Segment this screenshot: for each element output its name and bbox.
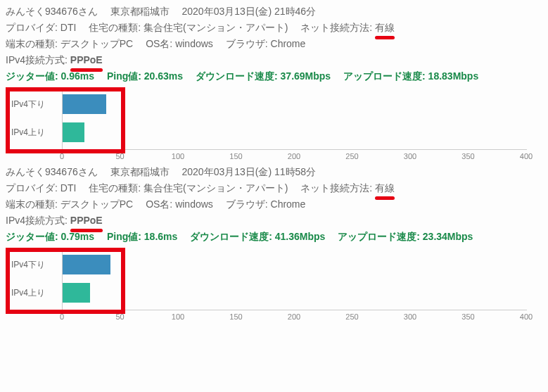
jitter-value: 0.96ms	[61, 70, 94, 82]
browser-label: ブラウザ:	[226, 38, 268, 49]
ipv4-label: IPv4接続方式:	[6, 54, 68, 65]
upload-label: アップロード速度:	[343, 70, 426, 82]
nettype-label: ネット接続方法:	[300, 182, 372, 194]
stats-line: ジッター値: 0.96ms Ping値: 20.63ms ダウンロード速度: 3…	[6, 70, 542, 83]
ping-label: Ping値:	[107, 70, 141, 82]
provider-value: DTI	[60, 22, 77, 33]
header-line: みんそく934676さん 東京都稲城市 2020年03月13日(金) 21時46…	[6, 4, 542, 19]
header-line: みんそく934676さん 東京都稲城市 2020年03月13日(金) 11時58…	[6, 165, 542, 179]
x-tick: 350	[461, 152, 474, 160]
jitter-value: 0.79ms	[61, 231, 94, 242]
x-tick: 400	[520, 152, 533, 160]
info-line-1: プロバイダ: DTI 住宅の種類: 集合住宅(マンション・アパート) ネット接続…	[6, 181, 542, 196]
browser-value: Chrome	[271, 198, 306, 210]
house-label: 住宅の種類:	[89, 182, 141, 194]
provider-label: プロバイダ:	[6, 22, 58, 33]
user-name: みんそく934676さん	[6, 166, 98, 177]
datetime: 2020年03月13日(金) 21時46分	[182, 6, 317, 17]
x-tick: 250	[345, 312, 358, 321]
browser-value: Chrome	[271, 38, 306, 49]
x-tick: 150	[229, 312, 242, 321]
device-label: 端末の種類:	[6, 38, 58, 49]
x-tick: 300	[404, 312, 416, 321]
plot-area	[62, 87, 527, 150]
x-tick: 250	[345, 152, 358, 160]
chart-ylabel-upload: IPv4上り	[11, 287, 45, 299]
jitter-label: ジッター値:	[6, 70, 58, 82]
result-entry: みんそく934676さん 東京都稲城市 2020年03月13日(金) 21時46…	[6, 4, 542, 158]
user-name: みんそく934676さん	[6, 6, 98, 17]
os-label: OS名:	[146, 38, 172, 49]
x-tick: 200	[288, 312, 300, 321]
ipv4-label: IPv4接続方式:	[6, 215, 68, 226]
ipv4-value: PPPoE	[70, 213, 103, 228]
provider-label: プロバイダ:	[6, 182, 58, 194]
speed-chart: IPv4下り IPv4上り 050100150200250300350400	[6, 248, 526, 318]
provider-value: DTI	[60, 182, 77, 194]
bar-download	[63, 94, 106, 114]
download-value: 37.69Mbps	[281, 70, 331, 82]
x-tick: 400	[520, 312, 533, 321]
chart-ylabel-download: IPv4下り	[11, 99, 45, 110]
x-tick: 100	[172, 152, 184, 160]
info-line-2: 端末の種類: デスクトップPC OS名: windows ブラウザ: Chrom…	[6, 37, 542, 51]
nettype-label: ネット接続方法:	[300, 22, 372, 33]
bar-upload	[63, 283, 90, 303]
house-value: 集合住宅(マンション・アパート)	[144, 182, 288, 194]
x-tick: 0	[60, 152, 64, 160]
download-label: ダウンロード速度:	[196, 70, 278, 82]
bar-download	[63, 255, 110, 274]
upload-value: 18.83Mbps	[428, 70, 479, 82]
x-tick: 0	[60, 312, 64, 321]
x-tick: 350	[461, 312, 474, 321]
plot-area	[62, 248, 527, 310]
ping-value: 20.63ms	[144, 70, 183, 82]
location: 東京都稲城市	[110, 166, 170, 177]
chart-ylabel-upload: IPv4上り	[11, 127, 45, 139]
os-value: windows	[175, 38, 213, 49]
x-tick: 150	[229, 152, 242, 160]
upload-value: 23.34Mbps	[423, 231, 473, 242]
x-tick: 200	[288, 152, 300, 160]
jitter-label: ジッター値:	[6, 231, 58, 242]
x-tick: 50	[115, 312, 124, 321]
info-line-2: 端末の種類: デスクトップPC OS名: windows ブラウザ: Chrom…	[6, 197, 542, 212]
x-tick: 50	[115, 152, 124, 160]
os-label: OS名:	[146, 198, 172, 210]
device-value: デスクトップPC	[60, 198, 133, 210]
location: 東京都稲城市	[110, 6, 170, 17]
ipv4-value: PPPoE	[70, 53, 103, 68]
device-value: デスクトップPC	[60, 38, 133, 49]
speed-chart: IPv4下り IPv4上り 050100150200250300350400	[6, 87, 526, 158]
info-line-3: IPv4接続方式: PPPoE	[6, 53, 542, 68]
house-value: 集合住宅(マンション・アパート)	[144, 22, 288, 33]
ping-label: Ping値:	[107, 231, 141, 242]
x-tick: 100	[172, 312, 184, 321]
result-entry: みんそく934676さん 東京都稲城市 2020年03月13日(金) 11時58…	[6, 165, 542, 318]
browser-label: ブラウザ:	[226, 198, 268, 210]
datetime: 2020年03月13日(金) 11時58分	[182, 166, 317, 177]
device-label: 端末の種類:	[6, 198, 58, 210]
nettype-value: 有線	[375, 181, 395, 196]
x-axis: 050100150200250300350400	[62, 310, 526, 324]
ping-value: 18.6ms	[144, 231, 177, 242]
house-label: 住宅の種類:	[89, 22, 141, 33]
x-tick: 300	[404, 152, 416, 160]
bar-upload	[63, 122, 84, 142]
upload-label: アップロード速度:	[338, 231, 420, 242]
info-line-1: プロバイダ: DTI 住宅の種類: 集合住宅(マンション・アパート) ネット接続…	[6, 20, 542, 35]
chart-ylabel-download: IPv4下り	[11, 259, 45, 271]
os-value: windows	[175, 198, 213, 210]
download-label: ダウンロード速度:	[190, 231, 272, 242]
stats-line: ジッター値: 0.79ms Ping値: 18.6ms ダウンロード速度: 41…	[6, 231, 542, 244]
x-axis: 050100150200250300350400	[62, 149, 526, 163]
download-value: 41.36Mbps	[275, 231, 326, 242]
nettype-value: 有線	[375, 20, 395, 35]
info-line-3: IPv4接続方式: PPPoE	[6, 213, 542, 228]
